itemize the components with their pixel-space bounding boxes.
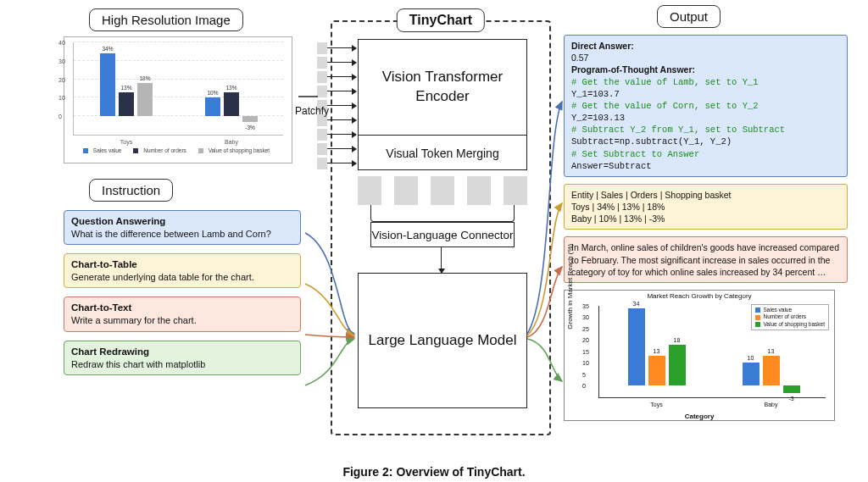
input-bar-chart: 01020304034%13%18%Toys10%13%-3%Baby Sale… (64, 36, 292, 163)
vision-language-connector-box: Vision-Language Connector (370, 222, 515, 247)
output-chart-title: Market Reach Growth by Category (565, 292, 834, 300)
header-instruction: Instruction (89, 179, 173, 202)
large-language-model-box: Large Language Model (358, 273, 527, 408)
instruction-chart-to-table: Chart-to-Table Generate underlying data … (64, 253, 301, 288)
header-output: Output (657, 5, 721, 28)
header-tinychart: TinyChart (397, 8, 485, 32)
output-chart-ylabel: Growth in Market Reach (%) (566, 244, 574, 330)
output-chart-xlabel: Category (565, 413, 834, 420)
left-column: High Resolution Image 01020304034%13%18%… (64, 8, 314, 375)
right-column: Output Direct Answer: 0.57 Program-of-Th… (564, 5, 848, 421)
figure-caption: Figure 2: Overview of TinyChart. (0, 465, 868, 479)
instruction-qa: Question Answering What is the differenc… (64, 210, 301, 245)
arrow-connector-llm (441, 247, 442, 273)
model-dashed-box: Patchfy Vision Transformer Encoder Visua… (331, 20, 551, 435)
bracket-tokens (370, 205, 515, 222)
output-summary-text: In March, online sales of children's goo… (564, 236, 848, 283)
vit-label: Vision Transformer Encoder (359, 40, 526, 135)
output-direct-and-pot: Direct Answer: 0.57 Program-of-Thought A… (564, 35, 848, 177)
header-high-res-image: High Resolution Image (89, 8, 243, 31)
vision-transformer-encoder-box: Vision Transformer Encoder Visual Token … (358, 39, 527, 170)
instruction-chart-to-text: Chart-to-Text Write a summary for the ch… (64, 296, 301, 331)
visual-token-merging-label: Visual Token Merging (359, 135, 526, 171)
output-redrawn-chart: Market Reach Growth by Category Growth i… (564, 290, 835, 421)
instruction-chart-redrawing: Chart Redrawing Redraw this chart with m… (64, 341, 301, 375)
merged-tokens (358, 176, 527, 205)
output-table: Entity | Sales | Orders | Shopping baske… (564, 184, 848, 230)
center-column: TinyChart Patchfy Vision Transformer Enc… (331, 8, 551, 449)
input-chart-legend: Sales value Number of orders Value of sh… (73, 147, 283, 153)
patchfy-label: Patchfy (295, 105, 329, 117)
